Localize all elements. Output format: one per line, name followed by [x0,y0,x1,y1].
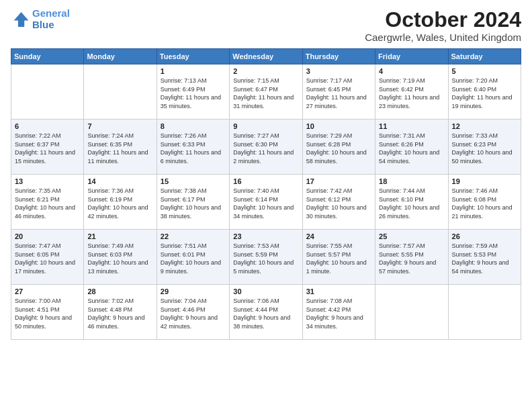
day-number: 20 [15,232,80,240]
cell-info: Sunrise: 7:47 AMSunset: 6:05 PMDaylight:… [15,242,80,275]
cell-info: Sunrise: 7:42 AMSunset: 6:12 PMDaylight:… [306,187,371,220]
cell-info: Sunrise: 7:33 AMSunset: 6:23 PMDaylight:… [452,132,517,165]
day-number: 17 [306,177,371,185]
cell-info: Sunrise: 7:59 AMSunset: 5:53 PMDaylight:… [452,242,517,275]
day-number: 29 [161,287,226,295]
day-number: 30 [233,287,298,295]
cell-info: Sunrise: 7:20 AMSunset: 6:40 PMDaylight:… [452,77,517,110]
col-friday: Friday [375,49,448,64]
col-monday: Monday [84,49,157,64]
calendar-cell: 17Sunrise: 7:42 AMSunset: 6:12 PMDayligh… [302,175,375,230]
calendar-cell [84,64,157,120]
calendar-cell: 5Sunrise: 7:20 AMSunset: 6:40 PMDaylight… [448,64,521,120]
cell-info: Sunrise: 7:17 AMSunset: 6:45 PMDaylight:… [306,77,371,110]
calendar-cell: 29Sunrise: 7:04 AMSunset: 4:46 PMDayligh… [157,285,229,340]
calendar-cell: 19Sunrise: 7:46 AMSunset: 6:08 PMDayligh… [448,175,521,230]
cell-info: Sunrise: 7:49 AMSunset: 6:03 PMDaylight:… [87,242,152,275]
day-number: 2 [233,67,298,75]
day-number: 4 [379,67,444,75]
cell-info: Sunrise: 7:31 AMSunset: 6:26 PMDaylight:… [379,132,444,165]
calendar-cell: 15Sunrise: 7:38 AMSunset: 6:17 PMDayligh… [157,175,229,230]
cell-info: Sunrise: 7:13 AMSunset: 6:49 PMDaylight:… [161,77,226,110]
day-number: 15 [161,177,226,185]
calendar-week-4: 20Sunrise: 7:47 AMSunset: 6:05 PMDayligh… [11,230,521,285]
calendar-cell: 26Sunrise: 7:59 AMSunset: 5:53 PMDayligh… [448,230,521,285]
logo: General Blue [11,8,70,30]
page: General Blue October 2024 Caergwrle, Wal… [0,0,532,411]
calendar-cell: 30Sunrise: 7:06 AMSunset: 4:44 PMDayligh… [230,285,302,340]
calendar-cell: 27Sunrise: 7:00 AMSunset: 4:51 PMDayligh… [11,285,84,340]
calendar-cell: 9Sunrise: 7:27 AMSunset: 6:30 PMDaylight… [230,120,302,175]
calendar-week-3: 13Sunrise: 7:35 AMSunset: 6:21 PMDayligh… [11,175,521,230]
day-number: 5 [452,67,517,75]
cell-info: Sunrise: 7:57 AMSunset: 5:55 PMDaylight:… [379,242,444,275]
col-wednesday: Wednesday [230,49,302,64]
col-tuesday: Tuesday [157,49,229,64]
day-number: 23 [233,232,298,240]
calendar-cell: 8Sunrise: 7:26 AMSunset: 6:33 PMDaylight… [157,120,229,175]
col-thursday: Thursday [302,49,375,64]
day-number: 22 [161,232,226,240]
day-number: 3 [306,67,371,75]
cell-info: Sunrise: 7:53 AMSunset: 5:59 PMDaylight:… [233,242,298,275]
cell-info: Sunrise: 7:00 AMSunset: 4:51 PMDaylight:… [15,297,80,330]
day-number: 18 [379,177,444,185]
calendar-week-2: 6Sunrise: 7:22 AMSunset: 6:37 PMDaylight… [11,120,521,175]
logo-icon [11,10,30,29]
calendar-cell: 4Sunrise: 7:19 AMSunset: 6:42 PMDaylight… [375,64,448,120]
day-number: 27 [15,287,80,295]
cell-info: Sunrise: 7:51 AMSunset: 6:01 PMDaylight:… [161,242,226,275]
day-number: 24 [306,232,371,240]
cell-info: Sunrise: 7:26 AMSunset: 6:33 PMDaylight:… [161,132,226,165]
cell-info: Sunrise: 7:27 AMSunset: 6:30 PMDaylight:… [233,132,298,165]
cell-info: Sunrise: 7:04 AMSunset: 4:46 PMDaylight:… [161,297,226,330]
calendar-cell: 2Sunrise: 7:15 AMSunset: 6:47 PMDaylight… [230,64,302,120]
day-number: 10 [306,122,371,130]
calendar-cell: 10Sunrise: 7:29 AMSunset: 6:28 PMDayligh… [302,120,375,175]
cell-info: Sunrise: 7:06 AMSunset: 4:44 PMDaylight:… [233,297,298,330]
day-number: 26 [452,232,517,240]
title-block: October 2024 Caergwrle, Wales, United Ki… [365,8,521,43]
calendar-cell: 1Sunrise: 7:13 AMSunset: 6:49 PMDaylight… [157,64,229,120]
day-number: 16 [233,177,298,185]
cell-info: Sunrise: 7:19 AMSunset: 6:42 PMDaylight:… [379,77,444,110]
day-number: 28 [87,287,152,295]
cell-info: Sunrise: 7:29 AMSunset: 6:28 PMDaylight:… [306,132,371,165]
calendar-cell: 22Sunrise: 7:51 AMSunset: 6:01 PMDayligh… [157,230,229,285]
cell-info: Sunrise: 7:24 AMSunset: 6:35 PMDaylight:… [87,132,152,165]
day-number: 19 [452,177,517,185]
cell-info: Sunrise: 7:36 AMSunset: 6:19 PMDaylight:… [87,187,152,220]
calendar-cell: 18Sunrise: 7:44 AMSunset: 6:10 PMDayligh… [375,175,448,230]
col-saturday: Saturday [448,49,521,64]
day-number: 13 [15,177,80,185]
calendar-cell: 23Sunrise: 7:53 AMSunset: 5:59 PMDayligh… [230,230,302,285]
calendar-cell [448,285,521,340]
calendar-header-row: Sunday Monday Tuesday Wednesday Thursday… [11,49,521,64]
calendar-cell: 6Sunrise: 7:22 AMSunset: 6:37 PMDaylight… [11,120,84,175]
day-number: 9 [233,122,298,130]
day-number: 11 [379,122,444,130]
cell-info: Sunrise: 7:44 AMSunset: 6:10 PMDaylight:… [379,187,444,220]
calendar-cell: 14Sunrise: 7:36 AMSunset: 6:19 PMDayligh… [84,175,157,230]
day-number: 12 [452,122,517,130]
cell-info: Sunrise: 7:02 AMSunset: 4:48 PMDaylight:… [87,297,152,330]
calendar-cell: 3Sunrise: 7:17 AMSunset: 6:45 PMDaylight… [302,64,375,120]
calendar-cell: 31Sunrise: 7:08 AMSunset: 4:42 PMDayligh… [302,285,375,340]
calendar-cell: 25Sunrise: 7:57 AMSunset: 5:55 PMDayligh… [375,230,448,285]
header: General Blue October 2024 Caergwrle, Wal… [11,8,521,43]
day-number: 1 [161,67,226,75]
day-number: 25 [379,232,444,240]
calendar-cell: 20Sunrise: 7:47 AMSunset: 6:05 PMDayligh… [11,230,84,285]
cell-info: Sunrise: 7:08 AMSunset: 4:42 PMDaylight:… [306,297,371,330]
cell-info: Sunrise: 7:38 AMSunset: 6:17 PMDaylight:… [161,187,226,220]
calendar-cell: 11Sunrise: 7:31 AMSunset: 6:26 PMDayligh… [375,120,448,175]
calendar-cell: 16Sunrise: 7:40 AMSunset: 6:14 PMDayligh… [230,175,302,230]
logo-text: General Blue [32,8,70,30]
cell-info: Sunrise: 7:35 AMSunset: 6:21 PMDaylight:… [15,187,80,220]
calendar-cell [11,64,84,120]
day-number: 31 [306,287,371,295]
day-number: 14 [87,177,152,185]
calendar-cell: 7Sunrise: 7:24 AMSunset: 6:35 PMDaylight… [84,120,157,175]
calendar-cell: 28Sunrise: 7:02 AMSunset: 4:48 PMDayligh… [84,285,157,340]
calendar-week-1: 1Sunrise: 7:13 AMSunset: 6:49 PMDaylight… [11,64,521,120]
